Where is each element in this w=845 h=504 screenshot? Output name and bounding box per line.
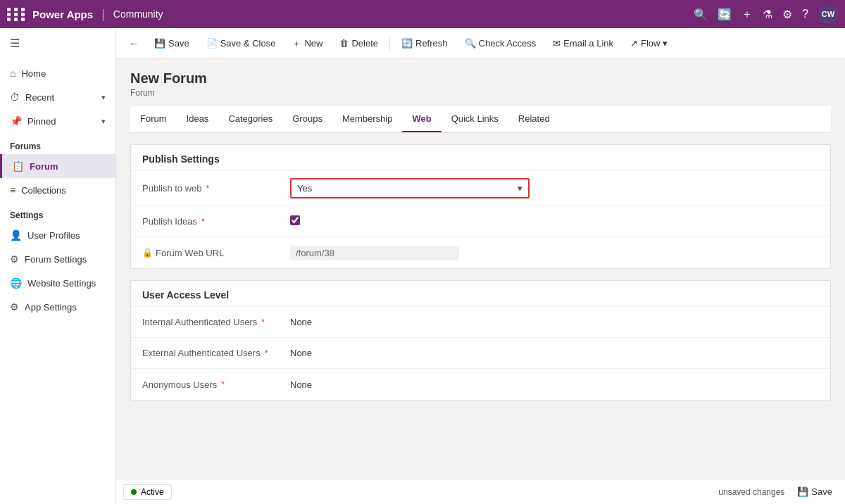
toolbar-divider xyxy=(389,37,390,51)
required-indicator: * xyxy=(201,217,205,227)
sidebar-item-app-settings[interactable]: ⚙ App Settings xyxy=(0,295,115,319)
page-content: New Forum Forum Forum Ideas Categories G… xyxy=(116,59,845,479)
bottom-bar-right: unsaved changes 💾 Save xyxy=(718,484,838,500)
flow-icon: ↗ xyxy=(630,38,638,49)
email-link-button[interactable]: ✉ Email a Link xyxy=(546,34,620,52)
page-title: New Forum xyxy=(130,70,831,87)
toolbar: ← 💾 Save 📄 Save & Close ＋ New 🗑 Delete 🔄… xyxy=(116,28,845,59)
tab-related[interactable]: Related xyxy=(508,106,560,132)
sidebar-item-label: User Profiles xyxy=(27,230,80,241)
tab-ideas[interactable]: Ideas xyxy=(177,106,219,132)
check-access-icon: 🔍 xyxy=(465,38,476,49)
refresh-icon: 🔄 xyxy=(401,38,413,49)
globe-icon: 🌐 xyxy=(10,277,22,289)
publish-ideas-value xyxy=(290,215,819,227)
forum-web-url-value: /forum/38 xyxy=(290,246,819,260)
sidebar-item-forum[interactable]: 📋 Forum xyxy=(0,154,115,178)
sidebar: ☰ ⌂ Home ⏱ Recent ▾ 📌 Pinned ▾ Forums 📋 … xyxy=(0,28,116,504)
publish-to-web-value: Yes ▾ xyxy=(290,178,819,199)
check-access-button[interactable]: 🔍 Check Access xyxy=(458,34,544,52)
tab-groups[interactable]: Groups xyxy=(282,106,332,132)
external-auth-users-value: None xyxy=(290,348,819,358)
sidebar-item-label: Forum Settings xyxy=(25,254,87,265)
status-label: Active xyxy=(141,487,164,497)
internal-auth-users-value: None xyxy=(290,317,819,327)
sidebar-item-recent[interactable]: ⏱ Recent ▾ xyxy=(0,85,115,109)
content-area: ← 💾 Save 📄 Save & Close ＋ New 🗑 Delete 🔄… xyxy=(116,28,845,504)
nav-divider: | xyxy=(101,7,105,22)
filter-icon[interactable]: ⚗ xyxy=(763,8,772,21)
required-indicator: * xyxy=(261,317,265,327)
tab-forum[interactable]: Forum xyxy=(130,106,177,132)
add-icon[interactable]: ＋ xyxy=(741,7,753,22)
sidebar-item-forum-settings[interactable]: ⚙ Forum Settings xyxy=(0,247,115,271)
settings-group-label: Settings xyxy=(0,202,115,223)
forum-web-url-label: 🔒 Forum Web URL xyxy=(142,248,290,258)
publish-settings-title: Publish Settings xyxy=(131,145,830,171)
internal-auth-users-label: Internal Authenticated Users * xyxy=(142,317,290,327)
new-button[interactable]: ＋ New xyxy=(285,34,330,53)
external-auth-users-label: External Authenticated Users * xyxy=(142,348,290,358)
page-subtitle: Forum xyxy=(130,88,831,98)
sidebar-item-website-settings[interactable]: 🌐 Website Settings xyxy=(0,271,115,295)
email-icon: ✉ xyxy=(553,38,561,49)
sidebar-item-collections[interactable]: ≡ Collections xyxy=(0,178,115,202)
sidebar-item-label: Pinned xyxy=(27,116,56,127)
search-icon[interactable]: 🔍 xyxy=(694,8,708,21)
community-label: Community xyxy=(113,8,163,20)
app-name: Power Apps xyxy=(32,8,93,20)
anonymous-users-label: Anonymous Users * xyxy=(142,379,290,390)
back-button[interactable]: ← xyxy=(123,34,144,53)
refresh-button[interactable]: 🔄 Refresh xyxy=(394,34,455,52)
forums-group-label: Forums xyxy=(0,133,115,154)
apps-grid-icon[interactable] xyxy=(7,8,27,21)
sidebar-item-label: App Settings xyxy=(25,302,77,313)
help-icon[interactable]: ? xyxy=(802,8,808,20)
user-icon: 👤 xyxy=(10,229,22,241)
user-avatar[interactable]: CW xyxy=(818,4,838,24)
publish-ideas-label: Publish Ideas * xyxy=(142,216,290,227)
required-indicator: * xyxy=(221,379,225,389)
publish-ideas-checkbox[interactable] xyxy=(290,215,300,225)
save-button[interactable]: 💾 Save xyxy=(147,34,196,52)
tab-quick-links[interactable]: Quick Links xyxy=(442,106,508,132)
flow-button[interactable]: ↗ Flow ▾ xyxy=(623,34,675,52)
sidebar-item-label: Home xyxy=(21,68,46,79)
sidebar-item-pinned[interactable]: 📌 Pinned ▾ xyxy=(0,109,115,133)
anonymous-users-row: Anonymous Users * None xyxy=(131,369,830,400)
forum-web-url-row: 🔒 Forum Web URL /forum/38 xyxy=(131,237,830,268)
pin-icon: 📌 xyxy=(10,115,22,127)
save-close-button[interactable]: 📄 Save & Close xyxy=(199,34,283,52)
status-dot xyxy=(131,489,137,495)
flow-chevron-icon: ▾ xyxy=(663,38,668,49)
delete-button[interactable]: 🗑 Delete xyxy=(332,34,385,52)
sidebar-item-label: Website Settings xyxy=(27,278,96,289)
publish-settings-section: Publish Settings Publish to web * Yes ▾ xyxy=(130,144,831,269)
top-nav-right: 🔍 🔄 ＋ ⚗ ⚙ ? CW xyxy=(694,4,838,24)
sidebar-item-home[interactable]: ⌂ Home xyxy=(0,61,115,85)
anonymous-users-value: None xyxy=(290,379,819,390)
user-access-level-title: User Access Level xyxy=(131,281,830,307)
status-indicator[interactable]: Active xyxy=(123,484,172,500)
dropdown-value: Yes xyxy=(297,183,312,194)
sidebar-item-label: Collections xyxy=(21,185,66,196)
refresh-circle-icon[interactable]: 🔄 xyxy=(718,8,732,21)
top-navigation: Power Apps | Community 🔍 🔄 ＋ ⚗ ⚙ ? CW xyxy=(0,0,845,28)
settings-icon: ⚙ xyxy=(10,301,19,313)
tab-categories[interactable]: Categories xyxy=(218,106,282,132)
main-layout: ☰ ⌂ Home ⏱ Recent ▾ 📌 Pinned ▾ Forums 📋 … xyxy=(0,28,845,504)
publish-to-web-row: Publish to web * Yes ▾ xyxy=(131,171,830,206)
sidebar-menu-icon[interactable]: ☰ xyxy=(0,28,115,58)
sidebar-item-user-profiles[interactable]: 👤 User Profiles xyxy=(0,223,115,247)
publish-to-web-dropdown[interactable]: Yes ▾ xyxy=(290,178,530,199)
tab-membership[interactable]: Membership xyxy=(332,106,403,132)
internal-auth-users-row: Internal Authenticated Users * None xyxy=(131,307,830,338)
dropdown-chevron-icon: ▾ xyxy=(518,183,522,194)
chevron-down-icon: ▾ xyxy=(101,117,106,126)
user-access-level-section: User Access Level Internal Authenticated… xyxy=(130,280,831,401)
collections-icon: ≡ xyxy=(10,184,15,196)
required-indicator: * xyxy=(265,348,268,358)
bottom-save-button[interactable]: 💾 Save xyxy=(791,484,838,500)
tab-web[interactable]: Web xyxy=(402,106,441,132)
settings-icon[interactable]: ⚙ xyxy=(782,8,792,21)
